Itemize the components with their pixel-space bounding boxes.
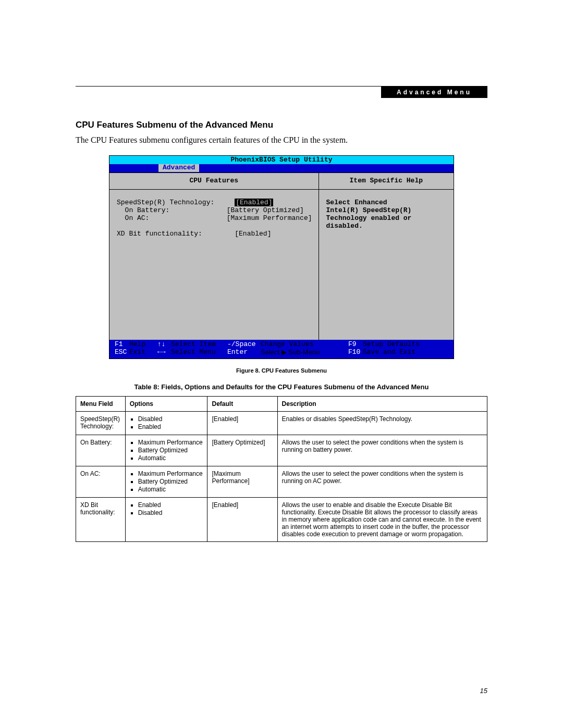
th-menu-field: Menu Field: [76, 396, 126, 411]
label-exit: Exit: [129, 349, 157, 356]
bios-left-title: CPU Features: [109, 173, 319, 190]
option-item: Disabled: [138, 509, 203, 516]
bios-tab-bar: Advanced: [109, 164, 454, 172]
row-xdbit-value[interactable]: [Enabled]: [235, 230, 271, 238]
bios-settings-area: SpeedStep(R) Technology: [Enabled] On Ba…: [109, 190, 319, 243]
key-f9: F9: [348, 341, 363, 349]
option-item: Maximum Performance: [138, 470, 203, 477]
table-row: XD Bit functionality:EnabledDisabled[Ena…: [76, 497, 487, 541]
cell-menu-field: On Battery:: [76, 435, 126, 466]
row-speedstep-label: SpeedStep(R) Technology:: [117, 199, 214, 206]
bios-footer: F1 Help ↑↓ Select Item -/Space Change Va…: [109, 340, 454, 359]
key-minus-space: -/Space: [227, 341, 261, 349]
page-number: 15: [480, 687, 487, 695]
label-change-values: Change Values: [261, 341, 348, 349]
cell-description: Allows the user to select the power cond…: [277, 466, 487, 497]
label-select-item: Select Item: [171, 341, 227, 349]
th-options: Options: [125, 396, 207, 411]
figure-caption: Figure 8. CPU Features Submenu: [76, 367, 487, 374]
table-row: On Battery:Maximum PerformanceBattery Op…: [76, 435, 487, 466]
bios-title: PhoenixBIOS Setup Utility: [109, 156, 454, 164]
table-header-row: Menu Field Options Default Description: [76, 396, 487, 411]
tab-advanced[interactable]: Advanced: [158, 164, 199, 172]
th-default: Default: [207, 396, 277, 411]
cell-options: Maximum PerformanceBattery OptimizedAuto…: [125, 466, 207, 497]
cell-description: Allows the user to enable and disable th…: [277, 497, 487, 541]
label-help: Help: [129, 341, 157, 349]
cell-menu-field: XD Bit functionality:: [76, 497, 126, 541]
section-intro: The CPU Features submenu configures cert…: [76, 135, 487, 145]
row-onac-value[interactable]: [Maximum Performance]: [227, 214, 312, 222]
th-description: Description: [277, 396, 487, 411]
option-item: Maximum Performance: [138, 439, 203, 446]
key-f1: F1: [115, 341, 129, 349]
key-leftright-icon: ←→: [157, 349, 171, 356]
cell-options: Maximum PerformanceBattery OptimizedAuto…: [125, 435, 207, 466]
cell-description: Enables or disables SpeedStep(R) Technol…: [277, 411, 487, 435]
option-item: Disabled: [138, 415, 203, 423]
row-onbattery-value[interactable]: [Battery Optimized]: [227, 206, 304, 214]
option-item: Enabled: [138, 423, 203, 430]
section-title: CPU Features Submenu of the Advanced Men…: [76, 120, 487, 130]
options-table: Menu Field Options Default Description S…: [76, 396, 487, 542]
row-onac-label: On AC:: [117, 214, 149, 222]
cell-default: [Battery Optimized]: [207, 435, 277, 466]
cell-default: [Maximum Performance]: [207, 466, 277, 497]
option-item: Battery Optimized: [138, 447, 203, 454]
label-select-menu: Select Menu: [171, 349, 227, 356]
table-row: SpeedStep(R) Technology:DisabledEnabled[…: [76, 411, 487, 435]
bios-window: PhoenixBIOS Setup Utility Advanced CPU F…: [109, 155, 454, 359]
cell-description: Allows the user to select the power cond…: [277, 435, 487, 466]
row-xdbit-label: XD Bit functionality:: [117, 230, 202, 238]
bios-right-title: Item Specific Help: [319, 173, 454, 190]
cell-menu-field: SpeedStep(R) Technology:: [76, 411, 126, 435]
cell-options: EnabledDisabled: [125, 497, 207, 541]
option-item: Automatic: [138, 454, 203, 462]
table-row: On AC:Maximum PerformanceBattery Optimiz…: [76, 466, 487, 497]
label-select-submenu: Select ▶ Sub-Menu: [261, 349, 348, 356]
bios-help-text: Select Enhanced Intel(R) SpeedStep(R) Te…: [319, 190, 454, 236]
cell-default: [Enabled]: [207, 411, 277, 435]
cell-default: [Enabled]: [207, 497, 277, 541]
header-chip: Advanced Menu: [381, 87, 487, 98]
key-updown-icon: ↑↓: [157, 341, 171, 349]
row-onbattery-label: On Battery:: [117, 206, 169, 214]
cell-options: DisabledEnabled: [125, 411, 207, 435]
option-item: Enabled: [138, 501, 203, 509]
option-item: Automatic: [138, 486, 203, 493]
label-save-exit: Save and Exit: [363, 349, 448, 356]
cell-menu-field: On AC:: [76, 466, 126, 497]
key-f10: F10: [348, 349, 363, 356]
key-enter: Enter: [227, 349, 261, 356]
table-caption: Table 8: Fields, Options and Defaults fo…: [76, 383, 487, 391]
label-setup-defaults: Setup Defaults: [363, 341, 448, 349]
option-item: Battery Optimized: [138, 478, 203, 485]
row-speedstep-value[interactable]: [Enabled]: [235, 199, 273, 206]
key-esc: ESC: [115, 349, 129, 356]
